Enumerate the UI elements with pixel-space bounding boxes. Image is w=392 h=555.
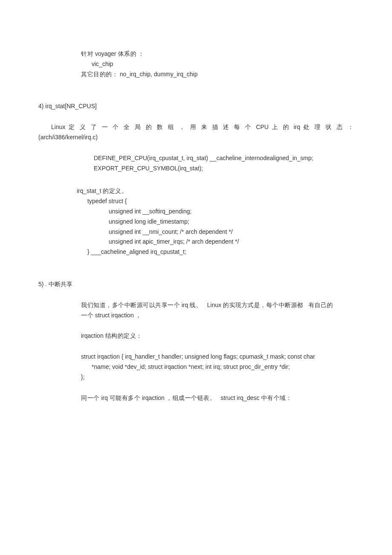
text: ， xyxy=(135,312,142,319)
code-line: DEFINE_PER_CPU(irq_cpustat_t, irq_stat) … xyxy=(94,153,354,164)
text: 可能有多个 xyxy=(110,394,141,401)
text: ，组成一个链表。 xyxy=(166,394,216,401)
section-4-para: Linux 定 义 了 一 个 全 局 的 数 组 ， 用 来 描 述 每 个 … xyxy=(38,122,354,143)
text: vic_chip xyxy=(92,60,113,67)
struct-field: unsigned int apic_timer_irqs; /* arch de… xyxy=(38,237,354,247)
code-line: *name; void *dev_id; struct irqaction *n… xyxy=(81,362,354,372)
text: Linux xyxy=(207,302,221,308)
text: 上 的 xyxy=(272,124,291,130)
text: 中有个域： xyxy=(261,394,292,401)
text: irq_stat_t xyxy=(77,187,101,194)
intro-line-2: vic_chip xyxy=(81,59,354,69)
text: irqaction xyxy=(142,394,164,401)
text: struct irqaction xyxy=(95,312,134,319)
text: 其它目的的： xyxy=(81,71,118,78)
text: 定 义 了 一 个 全 局 的 数 组 ， 用 来 描 述 每 个 xyxy=(69,124,253,130)
struct-intro: irq_stat_t 的定义。 xyxy=(38,186,354,196)
text: 针对 xyxy=(81,50,93,57)
section-5-para-3: 同一个 irq 可能有多个 irqaction ，组成一个链表。 struct … xyxy=(38,393,354,403)
text: voyager xyxy=(95,50,116,57)
section-5-heading: 5) . 中断共享 xyxy=(38,279,354,290)
text: irq xyxy=(182,302,188,308)
text: (arch/i386/kernel/irq.c) xyxy=(38,132,354,143)
section-4-code-block-1: DEFINE_PER_CPU(irq_cpustat_t, irq_stat) … xyxy=(38,153,354,174)
struct-field: unsigned int __softirq_pending; xyxy=(38,207,354,217)
text: CPU xyxy=(256,124,269,130)
text: irqaction xyxy=(81,332,104,339)
struct-field: unsigned int __nmi_count; /* arch depend… xyxy=(38,227,354,237)
heading-text: 4) irq_stat[NR_CPUS] xyxy=(38,103,97,109)
text: 同一个 xyxy=(81,394,100,401)
text: no_irq_chip, dummy_irq_chip xyxy=(120,71,198,78)
text: 线。 xyxy=(190,302,202,308)
text: 有自己的 xyxy=(308,302,333,308)
text: Linux xyxy=(51,124,65,130)
struct-close: } ___cacheline_aligned irq_cpustat_t; xyxy=(38,247,354,257)
code-line: }; xyxy=(81,372,354,382)
intro-line-1: 针对 voyager 体系的 ： xyxy=(81,49,354,59)
text: 的定义。 xyxy=(103,187,127,194)
section-5-para-2: irqaction 结构的定义： xyxy=(38,331,354,341)
section-5-para-1: 我们知道，多个中断源可以共享一个 irq 线。 Linux 的实现方式是，每个中… xyxy=(38,300,354,321)
text: 体系的 ： xyxy=(118,50,144,57)
text: 结构的定义： xyxy=(105,332,142,339)
code-line: struct irqaction { irq_handler_t handler… xyxy=(81,352,354,362)
code-line: EXPORT_PER_CPU_SYMBOL(irq_stat); xyxy=(94,164,354,174)
struct-field: unsigned long idle_timestamp; xyxy=(38,217,354,227)
text: irq xyxy=(294,124,300,130)
heading-text: 5) . 中断共享 xyxy=(38,281,72,288)
text: struct irq_desc xyxy=(221,394,259,401)
text: 处 理 状 态 ： xyxy=(303,124,354,130)
section-4-heading: 4) irq_stat[NR_CPUS] xyxy=(38,101,354,112)
section-5-struct: struct irqaction { irq_handler_t handler… xyxy=(38,352,354,382)
text: 一个 xyxy=(81,312,93,319)
struct-open: typedef struct { xyxy=(38,196,354,207)
text: 我们知道，多个中断源可以共享一个 xyxy=(81,302,180,308)
section-4-struct-block: irq_stat_t 的定义。 typedef struct { unsigne… xyxy=(38,186,354,257)
intro-block: 针对 voyager 体系的 ： vic_chip 其它目的的： no_irq_… xyxy=(38,49,354,79)
intro-line-3: 其它目的的： no_irq_chip, dummy_irq_chip xyxy=(81,69,354,80)
text: irq xyxy=(101,394,108,401)
text: 的实现方式是，每个中断源都 xyxy=(223,302,303,308)
